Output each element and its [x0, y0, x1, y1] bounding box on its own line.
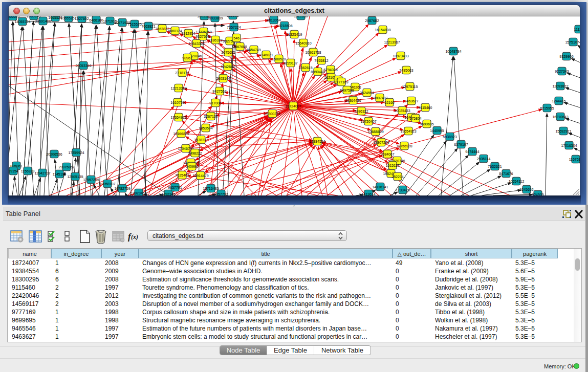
- svg-text:1527602: 1527602: [75, 17, 89, 20]
- svg-text:20053346: 20053346: [75, 64, 91, 68]
- svg-text:7515520: 7515520: [127, 23, 141, 26]
- svg-text:10756928: 10756928: [396, 144, 412, 148]
- svg-text:3498222: 3498222: [188, 151, 202, 155]
- svg-text:9115460: 9115460: [419, 106, 432, 110]
- svg-text:19166825: 19166825: [173, 132, 189, 136]
- svg-text:10025433: 10025433: [394, 109, 410, 113]
- svg-text:9245652: 9245652: [519, 188, 533, 191]
- svg-text:19384554: 19384554: [309, 140, 325, 143]
- svg-text:546: 546: [233, 36, 239, 40]
- svg-text:5938923: 5938923: [443, 135, 456, 139]
- svg-text:12213389: 12213389: [170, 86, 186, 90]
- svg-text:1615112: 1615112: [386, 164, 400, 167]
- svg-text:8186328: 8186328: [208, 38, 222, 42]
- svg-text:575804: 575804: [409, 117, 421, 120]
- svg-text:9657791: 9657791: [168, 186, 182, 189]
- svg-text:39154: 39154: [9, 169, 18, 173]
- svg-text:15751074: 15751074: [565, 40, 580, 44]
- svg-text:9084067: 9084067: [380, 152, 394, 156]
- svg-text:8427552: 8427552: [212, 90, 226, 93]
- svg-text:8990448: 8990448: [311, 70, 324, 74]
- svg-text:(x): (x): [131, 233, 138, 240]
- svg-text:9463627: 9463627: [404, 99, 418, 103]
- svg-text:19218506: 19218506: [276, 24, 292, 28]
- svg-text:1588520: 1588520: [272, 57, 286, 61]
- svg-text:2718176: 2718176: [175, 71, 189, 75]
- svg-text:20364436: 20364436: [345, 99, 361, 102]
- svg-text:8813054: 8813054: [267, 18, 280, 22]
- svg-text:15640910: 15640910: [295, 41, 311, 45]
- svg-text:20206536: 20206536: [46, 152, 62, 156]
- svg-text:10655267: 10655267: [60, 16, 76, 20]
- svg-text:16033809: 16033809: [207, 16, 223, 20]
- svg-text:1353594: 1353594: [199, 126, 212, 130]
- svg-text:6497568: 6497568: [340, 89, 354, 92]
- svg-text:17016504: 17016504: [561, 144, 577, 147]
- svg-text:7663822: 7663822: [155, 27, 169, 31]
- svg-text:1921850: 1921850: [294, 16, 308, 18]
- svg-text:1440995: 1440995: [430, 129, 444, 133]
- svg-text:98967: 98967: [182, 56, 192, 60]
- svg-text:16914479: 16914479: [192, 174, 208, 178]
- svg-text:10654112: 10654112: [509, 180, 525, 183]
- svg-text:25300275: 25300275: [264, 112, 280, 116]
- svg-text:7357224: 7357224: [227, 26, 241, 29]
- svg-text:8215955: 8215955: [540, 106, 554, 110]
- svg-text:12942737: 12942737: [34, 171, 50, 175]
- svg-text:1610755: 1610755: [170, 101, 184, 104]
- svg-text:7955812: 7955812: [314, 59, 328, 62]
- svg-text:2803144: 2803144: [216, 77, 230, 80]
- svg-text:20691406: 20691406: [35, 19, 51, 23]
- svg-text:1145194: 1145194: [53, 172, 67, 176]
- svg-text:10688609: 10688609: [367, 130, 383, 134]
- svg-text:10961758: 10961758: [305, 51, 321, 54]
- svg-text:11325419: 11325419: [287, 33, 302, 36]
- svg-text:9474444: 9474444: [465, 150, 479, 154]
- svg-text:12093872: 12093872: [552, 84, 568, 88]
- svg-text:881305: 881305: [227, 16, 238, 17]
- svg-text:9777169: 9777169: [334, 80, 348, 84]
- svg-text:16154808: 16154808: [375, 28, 390, 32]
- svg-text:8454749: 8454749: [247, 48, 260, 52]
- svg-text:62160: 62160: [384, 101, 395, 104]
- svg-text:15716485: 15716485: [203, 187, 219, 190]
- svg-text:9242848: 9242848: [221, 65, 234, 69]
- svg-text:11123: 11123: [574, 28, 580, 31]
- svg-text:12975115: 12975115: [402, 85, 418, 89]
- svg-text:18724007: 18724007: [285, 104, 301, 108]
- svg-text:9329906: 9329906: [559, 55, 573, 58]
- svg-text:12505135: 12505135: [67, 175, 83, 179]
- svg-text:17359924: 17359924: [68, 151, 84, 155]
- svg-text:3678332: 3678332: [194, 138, 208, 142]
- svg-text:252214: 252214: [391, 175, 403, 179]
- svg-text:16782759: 16782759: [114, 187, 130, 190]
- svg-text:10973493: 10973493: [393, 54, 408, 58]
- svg-text:12213967: 12213967: [384, 40, 400, 44]
- svg-text:7625402: 7625402: [175, 173, 189, 177]
- svg-text:7632621: 7632621: [488, 165, 502, 168]
- svg-text:17957265: 17957265: [83, 178, 99, 182]
- svg-text:10648784: 10648784: [445, 50, 461, 53]
- svg-text:2069140: 2069140: [27, 16, 40, 18]
- svg-text:6794028: 6794028: [323, 68, 337, 72]
- svg-text:3267130: 3267130: [204, 115, 217, 118]
- svg-text:15692971: 15692971: [555, 129, 571, 133]
- svg-text:924505: 924505: [532, 193, 543, 196]
- svg-text:3675685: 3675685: [221, 51, 235, 54]
- svg-text:1362615: 1362615: [298, 66, 312, 70]
- svg-text:7986322: 7986322: [354, 110, 368, 113]
- svg-text:2867608: 2867608: [233, 45, 247, 49]
- svg-text:1733426: 1733426: [396, 188, 409, 192]
- svg-text:14136141: 14136141: [372, 185, 388, 189]
- svg-text:9657792: 9657792: [214, 192, 228, 196]
- svg-text:14055724: 14055724: [14, 20, 30, 24]
- svg-text:3624554: 3624554: [360, 91, 374, 95]
- svg-text:19654923: 19654923: [400, 129, 416, 133]
- svg-text:10958107: 10958107: [99, 182, 115, 186]
- svg-text:1167533: 1167533: [569, 158, 580, 161]
- svg-text:8912954: 8912954: [181, 32, 195, 35]
- svg-text:9146821: 9146821: [259, 53, 273, 57]
- svg-text:18807249: 18807249: [373, 141, 389, 144]
- svg-text:917006: 917006: [209, 101, 221, 105]
- svg-text:140994: 140994: [186, 165, 198, 168]
